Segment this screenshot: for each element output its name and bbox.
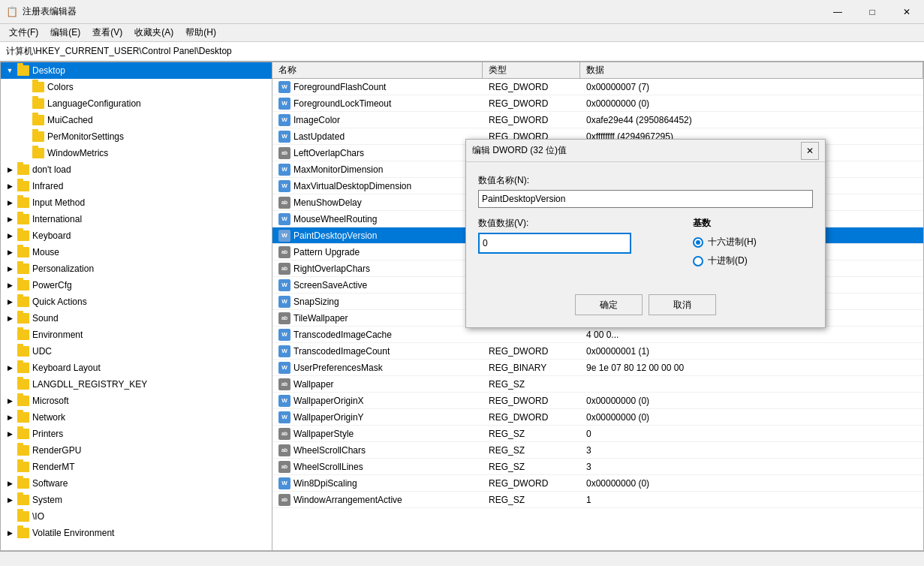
list-item[interactable]: W ForegroundFlashCount REG_DWORD 0x00000… [272,79,923,95]
tree-item-io[interactable]: \IO [1,508,272,525]
tree-item-volatile[interactable]: ▶ Volatile Environment [1,525,272,541]
tree-item-network[interactable]: ▶ Network [1,409,272,426]
tree-item-keyboard[interactable]: ▶ Keyboard [1,227,272,244]
close-button[interactable]: ✕ [889,0,924,24]
dialog-ok-button[interactable]: 确定 [575,294,643,315]
cell-type: REG_SZ [483,429,580,439]
cell-name: W ScreenSaveActive [272,279,483,291]
cell-data: 0xafe29e44 (2950864452) [580,115,923,125]
header-type[interactable]: 类型 [483,62,580,78]
tree-item-international[interactable]: ▶ International [1,211,272,227]
list-item[interactable]: W TranscodedImageCount REG_DWORD 0x00000… [272,343,923,360]
cell-name: W SnapSizing [272,296,483,308]
tree-item-inputmethod[interactable]: ▶ Input Method [1,194,272,211]
tree-item-infrared[interactable]: ▶ Infrared [1,178,272,194]
radio-dec-circle[interactable] [693,256,703,266]
folder-icon-infrared [17,181,29,191]
dialog-value-section: 数值数据(V): [478,217,681,254]
tree-item-sound[interactable]: ▶ Sound [1,310,272,327]
cell-name: W ForegroundFlashCount [272,81,483,93]
cell-type: REG_DWORD [483,478,580,489]
tree-item-dontload[interactable]: ▶ don't load [1,161,272,178]
menu-help[interactable]: 帮助(H) [179,25,222,41]
maximize-button[interactable]: □ [855,0,889,24]
tree-item-powercfg[interactable]: ▶ PowerCfg [1,277,272,294]
cell-data: 0x00000007 (7) [580,82,923,92]
folder-icon-permonitor [32,131,44,142]
list-item[interactable]: W TranscodedImageCache 4 00 0... [272,327,923,343]
list-item[interactable]: W Win8DpiScaling REG_DWORD 0x00000000 (0… [272,475,923,492]
tree-label-quickactions: Quick Actions [32,297,87,307]
tree-item-microsoft[interactable]: ▶ Microsoft [1,393,272,409]
dialog-close-button[interactable]: ✕ [801,142,819,160]
header-data[interactable]: 数据 [580,62,923,78]
cell-name: ab MenuShowDelay [272,197,483,209]
radio-hex-label: 十六进制(H) [708,236,757,248]
tree-item-windowmetrics[interactable]: WindowMetrics [1,145,272,161]
minimize-button[interactable]: — [820,0,855,24]
dword-icon: W [278,230,290,242]
tree-item-system[interactable]: ▶ System [1,492,272,508]
tree-item-desktop[interactable]: ▼ Desktop [1,62,272,79]
tree-label-international: International [32,214,82,224]
radio-hex-circle[interactable] [693,237,703,248]
tree-item-muicached[interactable]: MuiCached [1,112,272,128]
address-bar: 计算机\HKEY_CURRENT_USER\Control Panel\Desk… [0,42,924,62]
dialog-data-input[interactable] [480,234,630,252]
tree-item-udc[interactable]: UDC [1,343,272,360]
cell-data: 4 00 0... [580,330,923,340]
menu-favorites[interactable]: 收藏夹(A) [128,25,179,41]
radio-hex-option[interactable]: 十六进制(H) [693,236,813,248]
cell-data: 1 [580,495,923,505]
radio-dec-option[interactable]: 十进制(D) [693,254,813,267]
cell-data: 0x00000001 (1) [580,346,923,357]
folder-icon-quickactions [17,297,29,307]
menu-view[interactable]: 查看(V) [86,25,128,41]
tree-item-colors[interactable]: Colors [1,79,272,95]
dialog-name-input[interactable] [478,190,813,208]
tree-item-rendergpu[interactable]: RenderGPU [1,442,272,459]
tree-item-printers[interactable]: ▶ Printers [1,426,272,442]
tree-item-rendermt[interactable]: RenderMT [1,459,272,475]
list-item[interactable]: ab Wallpaper REG_SZ [272,376,923,393]
cell-data: 0x00000000 (0) [580,478,923,489]
tree-label-sound: Sound [32,313,59,324]
list-item[interactable]: W ForegroundLockTimeout REG_DWORD 0x0000… [272,95,923,112]
tree-label-langdll: LANGDLL_REGISTRY_KEY [32,379,147,390]
tree-item-personalization[interactable]: ▶ Personalization [1,260,272,277]
tree-label-keyboard: Keyboard [32,230,71,241]
tree-label-volatile: Volatile Environment [32,528,114,538]
tree-item-mouse[interactable]: ▶ Mouse [1,244,272,260]
dialog-cancel-button[interactable]: 取消 [649,294,716,315]
folder-icon-international [17,214,29,224]
cell-name: W TranscodedImageCount [272,345,483,357]
folder-icon-langdll [17,379,29,390]
header-name[interactable]: 名称 [272,62,483,78]
expand-icon-keyboard: ▶ [4,230,16,242]
folder-icon-keyboardlayout [17,363,29,373]
tree-item-keyboardlayout[interactable]: ▶ Keyboard Layout [1,360,272,376]
list-item[interactable]: W WallpaperOriginY REG_DWORD 0x00000000 … [272,409,923,426]
status-bar [0,551,924,566]
app-title: 注册表编辑器 [23,5,918,18]
list-item[interactable]: W UserPreferencesMask REG_BINARY 9e 1e 0… [272,360,923,376]
tree-label-langconfig: LanguageConfiguration [47,98,141,109]
list-item[interactable]: ab WallpaperStyle REG_SZ 0 [272,426,923,442]
tree-item-environment[interactable]: Environment [1,327,272,343]
tree-item-permonitor[interactable]: PerMonitorSettings [1,128,272,145]
tree-item-language-config[interactable]: LanguageConfiguration [1,95,272,112]
list-item[interactable]: ab WheelScrollLines REG_SZ 3 [272,459,923,475]
menu-edit[interactable]: 编辑(E) [44,25,86,41]
list-item[interactable]: W WallpaperOriginX REG_DWORD 0x00000000 … [272,393,923,409]
ab-icon: ab [278,312,290,324]
tree-item-langdll[interactable]: LANGDLL_REGISTRY_KEY [1,376,272,393]
menu-file[interactable]: 文件(F) [3,25,44,41]
tree-item-quickactions[interactable]: ▶ Quick Actions [1,294,272,310]
tree-label-printers: Printers [32,429,63,439]
list-item[interactable]: W ImageColor REG_DWORD 0xafe29e44 (29508… [272,112,923,128]
cell-name: W ImageColor [272,114,483,126]
tree-label-colors: Colors [47,82,74,92]
list-item[interactable]: ab WheelScrollChars REG_SZ 3 [272,442,923,459]
tree-item-software[interactable]: ▶ Software [1,475,272,492]
list-item[interactable]: ab WindowArrangementActive REG_SZ 1 [272,492,923,508]
